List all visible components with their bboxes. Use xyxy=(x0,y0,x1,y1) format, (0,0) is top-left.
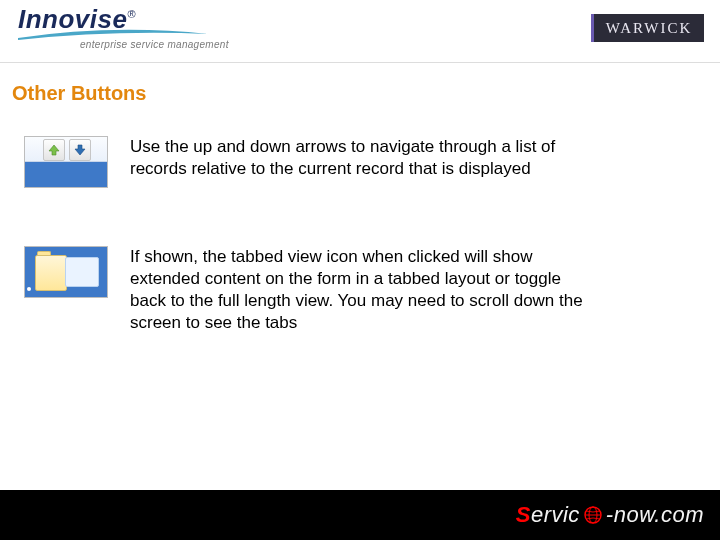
header: Innovise® enterprise service management … xyxy=(0,0,720,58)
folder-icon xyxy=(35,255,67,291)
innovise-logo: Innovise® enterprise service management xyxy=(18,6,233,56)
tabbed-view-thumbnail xyxy=(24,246,108,298)
arrows-thumbnail xyxy=(24,136,108,188)
registered-icon: ® xyxy=(127,8,136,20)
row-arrows: Use the up and down arrows to navigate t… xyxy=(24,136,600,188)
arrow-up-icon xyxy=(48,144,60,156)
logo-tagline: enterprise service management xyxy=(80,39,229,50)
row-description: Use the up and down arrows to navigate t… xyxy=(130,136,600,180)
service-now-logo: Servic -now.com xyxy=(516,502,704,528)
divider xyxy=(0,62,720,63)
arrow-down-icon xyxy=(74,144,86,156)
section-title: Other Buttons xyxy=(12,82,146,105)
logo-rest-2: -now.com xyxy=(606,502,704,528)
dot-icon xyxy=(27,287,31,291)
down-arrow-button[interactable] xyxy=(69,139,91,161)
up-arrow-button[interactable] xyxy=(43,139,65,161)
thumb-topbar xyxy=(25,137,107,162)
globe-icon xyxy=(584,506,602,524)
warwick-badge: WARWICK xyxy=(591,14,704,42)
footer-bar: Servic -now.com xyxy=(0,490,720,540)
logo-initial: S xyxy=(516,502,531,528)
row-description: If shown, the tabbed view icon when clic… xyxy=(130,246,600,334)
logo-rest-1: ervic xyxy=(531,502,580,528)
panel-icon xyxy=(65,257,99,287)
row-tabbed-view: If shown, the tabbed view icon when clic… xyxy=(24,246,600,334)
slide: Innovise® enterprise service management … xyxy=(0,0,720,540)
